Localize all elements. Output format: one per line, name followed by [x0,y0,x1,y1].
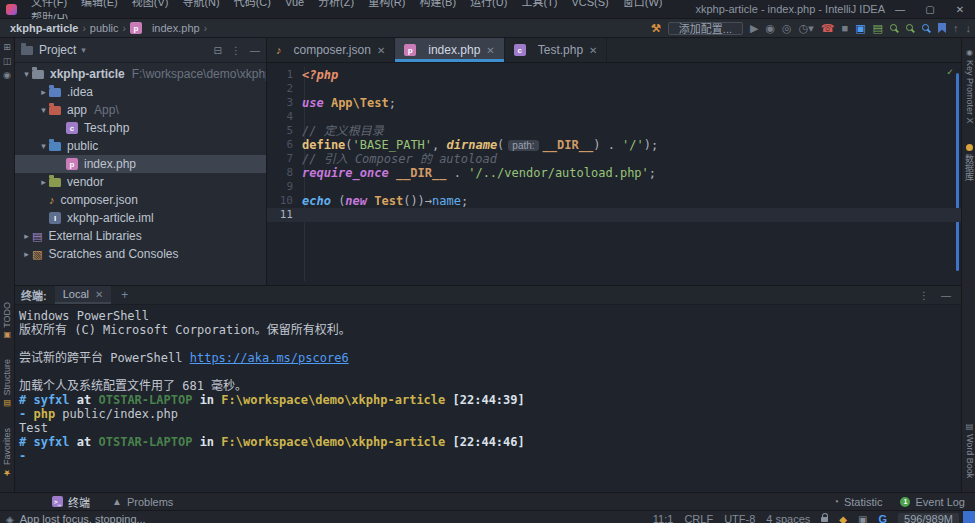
encoding-selector[interactable]: UTF-8 [724,513,755,523]
tree-item-xkphp-article.iml[interactable]: Ixkphp-article.iml [15,209,266,227]
profiler-icon[interactable]: ◷▾ [799,23,814,34]
google-translate-icon[interactable]: G [879,513,888,523]
copy-reference-icon[interactable]: ▣ [855,23,865,34]
breadcrumb-item-xkphp-article[interactable]: xkphp-article [10,22,78,34]
menu-item-10[interactable]: 工具(T) [514,0,564,9]
plugin-paw-icon[interactable]: ◆ [839,514,847,523]
breadcrumb-item-public[interactable]: public [90,22,119,34]
collapse-all-icon[interactable]: ⊟ [214,45,222,56]
ide-window: 文件(F)编辑(E)视图(V)导航(N)代码(C)Vue分析(Z)重构(R)构建… [0,0,975,523]
menu-item-1[interactable]: 编辑(E) [74,0,125,9]
minimize-icon[interactable] [885,0,915,18]
tree-collapsed-arrow[interactable]: ▸ [21,231,32,241]
find-in-files-icon[interactable] [922,24,931,33]
tree-item-label: index.php [84,157,136,171]
hide-panel-icon[interactable]: — [250,45,260,56]
menu-item-6[interactable]: 分析(Z) [311,0,361,9]
debug-icon[interactable]: ◉ [765,23,775,34]
tree-collapsed-arrow[interactable]: ▸ [21,249,32,259]
menu-item-5[interactable]: Vue [278,0,311,9]
run-configurations-dropdown[interactable]: 添加配置... [668,22,743,35]
problems-toolwindow-button[interactable]: ▲ Problems [112,496,173,508]
menu-item-0[interactable]: 文件(F) [24,0,74,9]
statistic-toolwindow-button[interactable]: ◔ Statistic [833,496,883,508]
code-line-7: 7// 引入 Composer 的 autoload [267,152,961,166]
lock-icon[interactable] [821,517,828,522]
resize-corner [963,511,975,523]
close-icon[interactable] [945,0,975,18]
settings-stripe-icon[interactable]: ◉ [3,70,11,80]
tree-item-vendor[interactable]: ▸vendor [15,173,266,191]
terminal-toolwindow-button[interactable]: >_ 终端 [52,494,90,510]
menu-item-7[interactable]: 重构(R) [361,0,412,9]
more-options-icon[interactable]: ⋮ [919,290,929,301]
tree-item-label: Scratches and Consoles [48,247,178,261]
tree-item-composer.json[interactable]: ♪composer.json [15,191,266,209]
key-promoter-toolwindow-button[interactable]: ◉Key Promoter X [965,48,975,124]
new-terminal-icon[interactable]: + [121,288,128,302]
tree-expanded-arrow[interactable]: ▾ [38,141,49,151]
terminal-tab-local[interactable]: Local ✕ [55,286,112,304]
indent-selector[interactable]: 4 spaces [766,513,810,523]
project-panel-title: Project [39,43,76,57]
terminal-output[interactable]: Windows PowerShell版权所有 (C) Microsoft Cor… [15,305,961,492]
plugin-robot-icon[interactable]: ▣ [858,514,867,523]
build-hammer-icon[interactable]: ⚒ [651,23,661,34]
bookmark-icon[interactable] [938,23,946,33]
tree-item-xkphp-article[interactable]: ▾xkphp-articleF:\workspace\demo\xkphp-ar… [15,65,266,83]
attach-debugger-icon[interactable]: ☎ [821,23,835,34]
wordbook-toolwindow-button[interactable]: ▤Word Book [965,422,975,478]
status-bar: ◈ App lost focus, stopping... 11:1 CRLF … [0,510,975,523]
close-icon[interactable]: ✕ [95,289,103,300]
project-stripe-icon[interactable]: ⊞ [3,42,11,52]
tree-expanded-arrow[interactable]: ▾ [21,69,32,79]
search-icon[interactable] [890,24,899,33]
breadcrumb-item-index.php[interactable]: pindex.php [130,22,200,34]
code-editor[interactable]: ✓ 1<?php23use App\Test;45// 定义根目录6define… [267,63,961,285]
prev-occurrence-icon[interactable]: ↑ [953,23,959,34]
tree-item-.idea[interactable]: ▸.idea [15,83,266,101]
next-occurrence-icon[interactable]: ↓ [966,23,972,34]
memory-indicator[interactable]: 596/989M [898,513,959,523]
project-panel-header[interactable]: Project ▾ ⊟ ⋮ — [15,38,266,63]
event-log-button[interactable]: 1 Event Log [900,496,965,508]
tree-collapsed-arrow[interactable]: ▸ [38,177,49,187]
editor-tab-Test.php[interactable]: cTest.php✕ [505,38,608,62]
database-toolwindow-button[interactable]: 数据库 [963,144,975,181]
editor-tab-index.php[interactable]: pindex.php✕ [395,38,504,62]
tree-item-app[interactable]: ▾appApp\ [15,101,266,119]
run-icon[interactable]: ▶ [750,23,758,34]
structure-toolwindow-button[interactable]: ▤Structure [2,359,12,408]
commit-stripe-icon[interactable]: ◫ [3,56,12,66]
tree-item-index.php[interactable]: pindex.php [15,155,266,173]
line-ending-selector[interactable]: CRLF [684,513,713,523]
menu-item-8[interactable]: 构建(B) [412,0,463,9]
more-options-icon[interactable]: ⋮ [231,45,241,56]
close-icon[interactable]: ✕ [377,45,385,56]
hide-panel-icon[interactable]: — [941,290,951,301]
menu-item-12[interactable]: 窗口(W) [616,0,670,9]
tree-expanded-arrow[interactable]: ▾ [38,105,49,115]
menu-item-4[interactable]: 代码(C) [227,0,278,9]
tree-item-Test.php[interactable]: cTest.php [15,119,266,137]
tree-collapsed-arrow[interactable]: ▸ [38,87,49,97]
external-libraries-icon: ▤ [32,231,42,242]
replace-icon[interactable] [906,24,915,33]
tree-item-Scratches and Consoles[interactable]: ▸▧Scratches and Consoles [15,245,266,263]
menu-item-3[interactable]: 导航(N) [175,0,226,9]
run-console-icon[interactable]: ▤ [873,23,883,34]
menu-item-9[interactable]: 运行(U) [463,0,514,9]
tree-item-public[interactable]: ▾public [15,137,266,155]
favorites-toolwindow-button[interactable]: ★Favorites [2,428,12,478]
close-icon[interactable]: ✕ [486,45,494,56]
terminal-link[interactable]: https://aka.ms/pscore6 [190,351,349,365]
coverage-icon[interactable]: ◎ [782,23,792,34]
tree-item-External Libraries[interactable]: ▸▤External Libraries [15,227,266,245]
maximize-icon[interactable] [915,0,945,18]
caret-position[interactable]: 11:1 [653,513,674,523]
close-icon[interactable]: ✕ [589,45,597,56]
menu-item-11[interactable]: VCS(S) [564,0,615,9]
todo-toolwindow-button[interactable]: ▣TODO [2,302,12,340]
menu-item-2[interactable]: 视图(V) [125,0,176,9]
editor-tab-composer.json[interactable]: ♪composer.json✕ [267,38,395,62]
